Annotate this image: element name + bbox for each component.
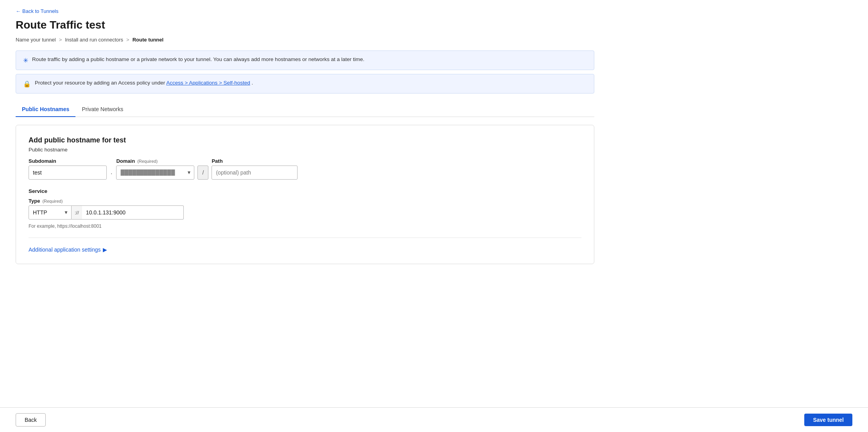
arrow-right-icon: ▶ [103,247,107,253]
security-banner-text: Protect your resource by adding an Acces… [35,80,253,86]
url-prefix: :// [72,205,82,220]
type-label: Type (Required) [29,198,184,204]
service-section: Service Type (Required) HTTP HTTPS SSH [29,188,581,229]
breadcrumb-sep2: > [126,37,129,43]
info-banner-text: Route traffic by adding a public hostnam… [32,56,364,62]
example-text: For example, https://localhost:8001 [29,223,581,229]
type-required: (Required) [42,199,63,203]
slash-separator: / [197,166,208,180]
settings-icon: ✳ [23,57,28,64]
access-policy-link[interactable]: Access > Applications > Self-hosted [166,80,250,86]
path-field-group: Path [212,158,298,180]
section-label: Public hostname [29,147,581,153]
hostname-card: Add public hostname for test Public host… [16,125,594,264]
type-select[interactable]: HTTP HTTPS SSH TCP UDP [29,205,72,220]
bottom-bar: Back Save tunnel [0,407,868,432]
additional-settings-link[interactable]: Additional application settings ▶ [29,247,107,253]
breadcrumb-step1: Name your tunnel [16,37,56,43]
service-label: Service [29,188,581,194]
save-tunnel-button[interactable]: Save tunnel [804,414,852,426]
dot-separator: . [110,166,113,180]
domain-select[interactable]: ██████████████ [116,166,194,180]
path-input[interactable] [212,166,298,180]
back-button[interactable]: Back [16,413,46,427]
arrow-left-icon: ← [16,8,21,14]
hostname-fields-row: Subdomain . Domain (Required) ██████████… [29,158,581,180]
domain-required: (Required) [137,159,158,164]
back-to-tunnels-link[interactable]: ← Back to Tunnels [16,8,59,14]
url-input[interactable] [82,205,184,220]
security-banner: 🔒 Protect your resource by adding an Acc… [16,74,594,94]
info-banner: ✳ Route traffic by adding a public hostn… [16,50,594,70]
additional-settings-label: Additional application settings [29,247,100,253]
breadcrumb-step3: Route tunnel [133,37,163,43]
domain-label: Domain (Required) [116,158,194,164]
path-label: Path [212,158,298,164]
breadcrumb-sep1: > [59,37,62,43]
page-title: Route Traffic test [16,19,594,31]
tabs-row: Public Hostnames Private Networks [16,102,594,117]
tab-public-hostnames[interactable]: Public Hostnames [16,102,75,117]
type-select-wrapper: HTTP HTTPS SSH TCP UDP ▼ [29,205,72,220]
service-fields-row: Type (Required) HTTP HTTPS SSH TCP UDP [29,198,581,222]
subdomain-label: Subdomain [29,158,107,164]
domain-select-wrapper: ██████████████ ▼ [116,166,194,180]
card-title: Add public hostname for test [29,136,581,144]
breadcrumb-step2: Install and run connectors [65,37,123,43]
domain-field-group: Domain (Required) ██████████████ ▼ [116,158,194,180]
subdomain-field-group: Subdomain [29,158,107,180]
lock-icon: 🔒 [23,80,31,88]
type-field-group: Type (Required) HTTP HTTPS SSH TCP UDP [29,198,184,222]
subdomain-input[interactable] [29,166,107,180]
breadcrumb: Name your tunnel > Install and run conne… [16,37,594,43]
tab-private-networks[interactable]: Private Networks [75,102,129,117]
divider [29,238,581,238]
